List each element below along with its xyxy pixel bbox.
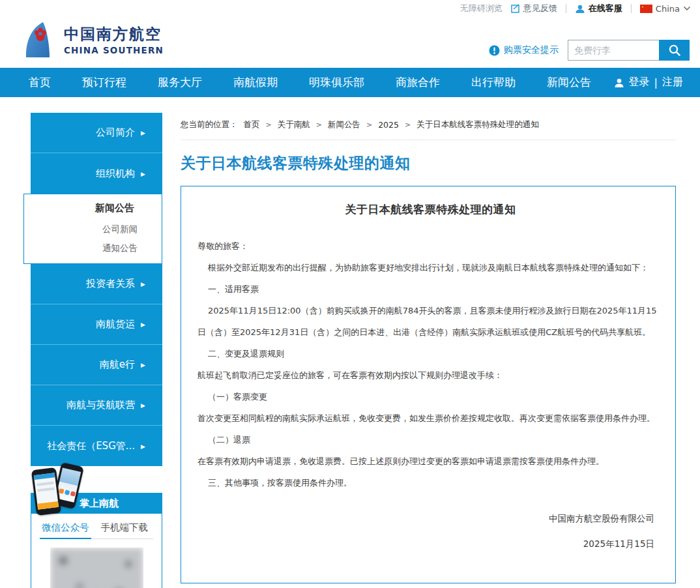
nav-item[interactable]: 南航假期 (218, 68, 293, 97)
nav-item[interactable]: 服务大厅 (142, 68, 218, 97)
feedback-label: 意见反馈 (523, 3, 557, 14)
breadcrumb-separator: > (266, 121, 272, 129)
chevron-right-icon: ▶ (141, 129, 145, 136)
online-service-link[interactable]: 在线客服 (575, 3, 622, 14)
chevron-right-icon: ▶ (141, 361, 145, 368)
search-zone: 购票安全提示 (489, 40, 690, 61)
article-paragraph: 二、变更及退票规则 (197, 343, 664, 364)
sidebar-item-news-announcements[interactable]: 新闻公告 (24, 202, 162, 214)
sidebar-item-label: 南航与英航联营 (66, 399, 135, 411)
mobile-app-widget: 掌上南航 微信公众号手机端下载 (31, 493, 162, 588)
page: 无障碍浏览 意见反馈 在线客服 China (0, 0, 700, 588)
signature-company: 中国南方航空股份有限公司 (197, 513, 654, 525)
top-utility-bar: 无障碍浏览 意见反馈 在线客服 China (0, 0, 700, 17)
online-service-label: 在线客服 (589, 3, 622, 14)
register-link[interactable]: 注册 (662, 76, 683, 89)
brand-name-cn: 中国南方航空 (64, 24, 164, 44)
main-column: 您当前的位置： 首页>关于南航>新闻公告>2025>关于日本航线客票特殊处理的通… (181, 119, 676, 583)
breadcrumb-prefix: 您当前的位置： (181, 119, 238, 130)
document-title: 关于日本航线客票特殊处理的通知 (197, 202, 664, 217)
signature-date: 2025年11月15日 (197, 538, 654, 550)
auth-area: 登录 | 注册 (614, 76, 700, 89)
article-paragraph: 一、适用客票 (197, 278, 664, 300)
sidebar-item[interactable]: 组织机构▶ (31, 153, 162, 194)
nav-item[interactable]: 新闻公告 (531, 68, 607, 97)
article-paragraph: 根据外交部近期发布的出行提醒，为协助旅客更好地安排出行计划，现就涉及南航日本航线… (197, 257, 664, 278)
china-flag-icon (640, 5, 652, 13)
breadcrumb-separator: > (316, 121, 322, 129)
article-paragraph: （一）客票变更 (197, 386, 664, 407)
nav-items: 首页预订行程服务大厅南航假期明珠俱乐部商旅合作出行帮助新闻公告 (13, 68, 607, 97)
app-widget-panel: 微信公众号手机端下载 (31, 514, 162, 588)
sidebar-item[interactable]: 公司简介▶ (31, 113, 162, 153)
sidebar-top-group: 公司简介▶组织机构▶ (31, 113, 162, 194)
nav-item[interactable]: 预订行程 (66, 68, 142, 97)
article-paragraph: 三、其他事项，按客票使用条件办理。 (197, 472, 664, 493)
user-icon (614, 78, 624, 88)
breadcrumb-link[interactable]: 关于南航 (278, 119, 310, 130)
article-paragraph: 航班起飞前取消已定妥座位的旅客，可在客票有效期内按以下规则办理退改手续： (197, 364, 664, 386)
chevron-right-icon: ▶ (141, 402, 145, 409)
search-icon (668, 44, 681, 57)
app-widget-tab[interactable]: 微信公众号 (40, 520, 91, 539)
chevron-down-icon (683, 6, 691, 11)
article-paragraph: 在客票有效期内申请退票，免收退票费。已按上述原则办理过变更的客票如申请退票需按客… (197, 450, 664, 472)
brand-name-en: CHINA SOUTHERN (64, 45, 164, 55)
search-box (568, 40, 690, 61)
airline-logo[interactable]: 中国南方航空 CHINA SOUTHERN (21, 21, 164, 59)
ticket-safety-tip-link[interactable]: 购票安全提示 (489, 44, 559, 56)
article-body: 尊敬的旅客：根据外交部近期发布的出行提醒，为协助旅客更好地安排出行计划，现就涉及… (197, 235, 664, 493)
nav-item[interactable]: 商旅合作 (380, 68, 456, 97)
breadcrumb-link[interactable]: 新闻公告 (328, 119, 360, 130)
brand-text: 中国南方航空 CHINA SOUTHERN (64, 24, 164, 55)
sidebar-expanded-panel: 新闻公告 公司新闻通知公告 (23, 194, 162, 264)
region-label: China (656, 4, 680, 14)
app-widget-tabs: 微信公众号手机端下载 (40, 520, 153, 539)
breadcrumb-separator: > (366, 121, 372, 129)
feedback-icon (511, 4, 520, 13)
phones-image (30, 464, 90, 519)
info-circle-icon (489, 45, 500, 56)
qr-code-image (50, 548, 143, 588)
sidebar-subitem[interactable]: 通知公告 (24, 239, 162, 257)
divider (566, 4, 566, 13)
article-paragraph: （二）退票 (197, 429, 664, 450)
article-paragraph: 2025年11月15日12:00（含）前购买或换开的南航784开头的客票，且客票… (197, 300, 664, 343)
feedback-link[interactable]: 意见反馈 (511, 3, 557, 14)
breadcrumb-link[interactable]: 2025 (378, 120, 399, 130)
accessibility-link[interactable]: 无障碍浏览 (460, 3, 503, 14)
sidebar-item[interactable]: 投资者关系▶ (31, 264, 162, 304)
breadcrumb-link[interactable]: 首页 (244, 119, 260, 130)
chevron-right-icon: ▶ (141, 280, 145, 287)
app-widget-tab[interactable]: 手机端下载 (99, 520, 151, 538)
sidebar: 公司简介▶组织机构▶ 新闻公告 公司新闻通知公告 投资者关系▶南航货运▶南航e行… (31, 113, 162, 466)
sidebar-bottom-group: 投资者关系▶南航货运▶南航e行▶南航与英航联营▶社会责任（ESG管...▶ (31, 264, 162, 466)
article-paragraph: 首次变更至相同航程的南航实际承运航班，免收变更费，如发生票价价差按规定收取。再次… (197, 407, 664, 429)
main-navbar: 首页预订行程服务大厅南航假期明珠俱乐部商旅合作出行帮助新闻公告 登录 | 注册 (0, 68, 700, 97)
nav-item[interactable]: 出行帮助 (456, 68, 531, 97)
login-link[interactable]: 登录 (629, 76, 650, 89)
sidebar-item-label: 公司简介 (96, 126, 135, 139)
breadcrumb-current: 关于日本航线客票特殊处理的通知 (416, 119, 539, 130)
sidebar-item[interactable]: 南航货运▶ (31, 304, 162, 345)
sidebar-item-label: 投资者关系 (86, 278, 135, 290)
online-service-icon (575, 4, 585, 14)
chevron-right-icon: ▶ (141, 321, 145, 328)
sidebar-subitem[interactable]: 公司新闻 (24, 220, 162, 239)
region-selector[interactable]: China (640, 4, 691, 14)
search-input[interactable] (568, 40, 659, 61)
sidebar-item[interactable]: 社会责任（ESG管...▶ (31, 426, 162, 466)
content-area: 公司简介▶组织机构▶ 新闻公告 公司新闻通知公告 投资者关系▶南航货运▶南航e行… (0, 97, 700, 588)
sidebar-item[interactable]: 南航e行▶ (31, 345, 162, 385)
sidebar-item-label: 社会责任（ESG管... (47, 440, 135, 452)
sidebar-item-label: 南航e行 (100, 359, 135, 371)
signature-block: 中国南方航空股份有限公司 2025年11月15日 (197, 513, 664, 550)
breadcrumb: 您当前的位置： 首页>关于南航>新闻公告>2025>关于日本航线客票特殊处理的通… (181, 119, 676, 140)
nav-item[interactable]: 首页 (13, 68, 66, 97)
search-button[interactable] (659, 40, 690, 61)
sidebar-item[interactable]: 南航与英航联营▶ (31, 385, 162, 426)
sidebar-item-label: 南航货运 (96, 318, 135, 331)
nav-item[interactable]: 明珠俱乐部 (293, 68, 380, 97)
sidebar-item-label: 组织机构 (96, 168, 135, 180)
breadcrumb-separator: > (405, 121, 411, 129)
